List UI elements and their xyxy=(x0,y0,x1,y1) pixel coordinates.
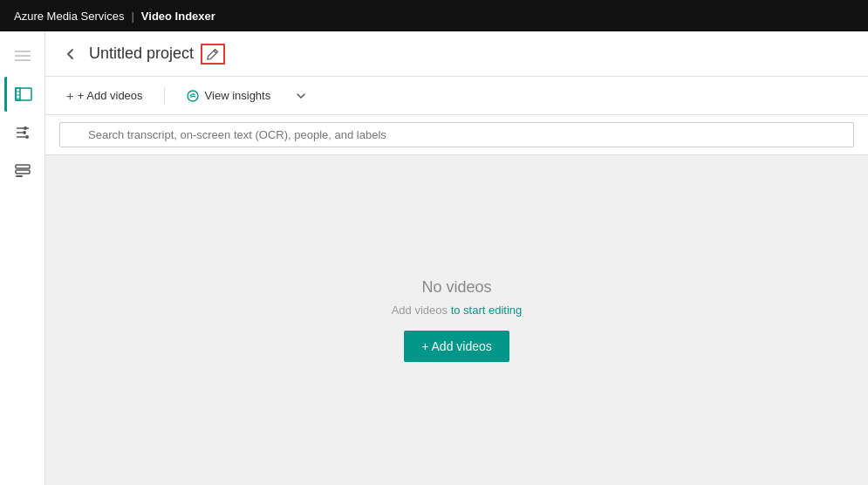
svg-rect-12 xyxy=(16,170,30,174)
app-layout: Untitled project + + Add videos xyxy=(0,31,868,485)
start-editing-link[interactable]: to start editing xyxy=(451,304,523,317)
svg-rect-13 xyxy=(16,175,23,177)
sidebar-item-queue[interactable] xyxy=(5,154,40,188)
svg-point-8 xyxy=(24,126,27,130)
svg-rect-11 xyxy=(16,165,30,168)
svg-point-10 xyxy=(25,135,29,139)
add-videos-label: + Add videos xyxy=(78,89,143,102)
back-arrow-icon xyxy=(63,46,79,62)
settings-icon xyxy=(14,124,31,141)
queue-icon xyxy=(14,162,31,180)
toolbar: + + Add videos View insights xyxy=(45,77,868,115)
main-content: Untitled project + + Add videos xyxy=(45,31,868,485)
page-header: Untitled project xyxy=(45,31,868,77)
insights-icon xyxy=(186,89,200,103)
project-title: Untitled project xyxy=(89,44,194,63)
search-wrap xyxy=(59,122,854,147)
edit-project-title-button[interactable] xyxy=(201,44,225,65)
sidebar-item-menu[interactable] xyxy=(5,38,40,73)
add-videos-toolbar-button[interactable]: + + Add videos xyxy=(59,85,150,106)
empty-state-title: No videos xyxy=(421,278,491,297)
search-input[interactable] xyxy=(59,122,854,147)
nav-divider: | xyxy=(131,10,133,23)
hamburger-icon xyxy=(11,47,34,65)
empty-state: No videos Add videos to start editing + … xyxy=(45,155,868,485)
svg-point-9 xyxy=(23,131,26,134)
toolbar-divider xyxy=(164,87,165,105)
add-videos-empty-button[interactable]: + Add videos xyxy=(404,331,509,362)
video-library-icon xyxy=(15,85,32,103)
back-button[interactable] xyxy=(59,43,82,65)
sidebar xyxy=(0,31,45,485)
plus-icon: + xyxy=(66,88,74,103)
pencil-icon xyxy=(207,48,219,60)
toolbar-dropdown-button[interactable] xyxy=(291,86,311,106)
nav-product-title: Video Indexer xyxy=(141,10,215,23)
search-bar-section xyxy=(45,115,868,155)
chevron-down-icon xyxy=(295,90,307,102)
add-videos-empty-label: + Add videos xyxy=(421,339,492,353)
svg-line-14 xyxy=(214,51,216,53)
view-insights-button[interactable]: View insights xyxy=(179,85,278,106)
top-nav: Azure Media Services | Video Indexer xyxy=(0,0,868,31)
nav-service-title: Azure Media Services xyxy=(14,10,124,23)
sidebar-item-insights[interactable] xyxy=(5,115,40,150)
view-insights-label: View insights xyxy=(205,89,271,102)
sidebar-item-video[interactable] xyxy=(4,77,39,112)
empty-state-subtitle: Add videos to start editing xyxy=(392,304,523,317)
